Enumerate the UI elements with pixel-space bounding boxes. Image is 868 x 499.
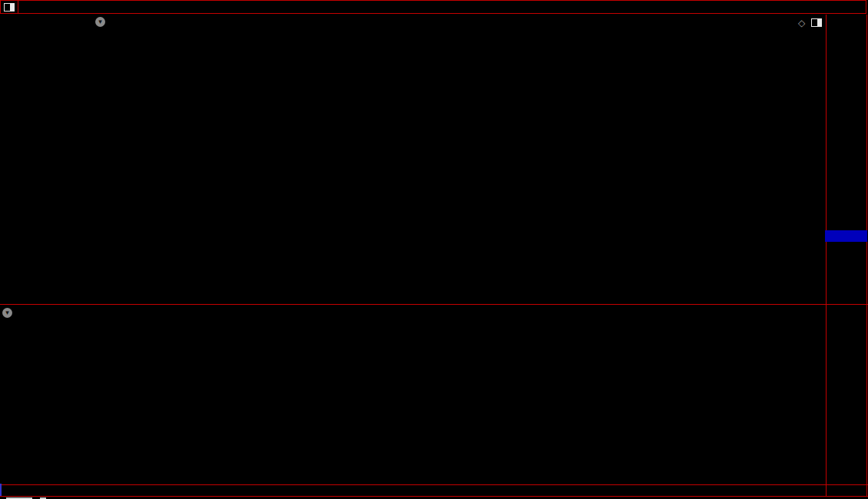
candlestick-chart-canvas[interactable]	[0, 0, 868, 499]
last-price-badge	[825, 230, 867, 242]
crosshair-date-box	[0, 484, 2, 496]
indicator-chevron-down-icon[interactable]: ▾	[2, 308, 12, 318]
app-window: ▾ ◇ ▾	[0, 0, 868, 499]
time-axis	[0, 484, 868, 496]
